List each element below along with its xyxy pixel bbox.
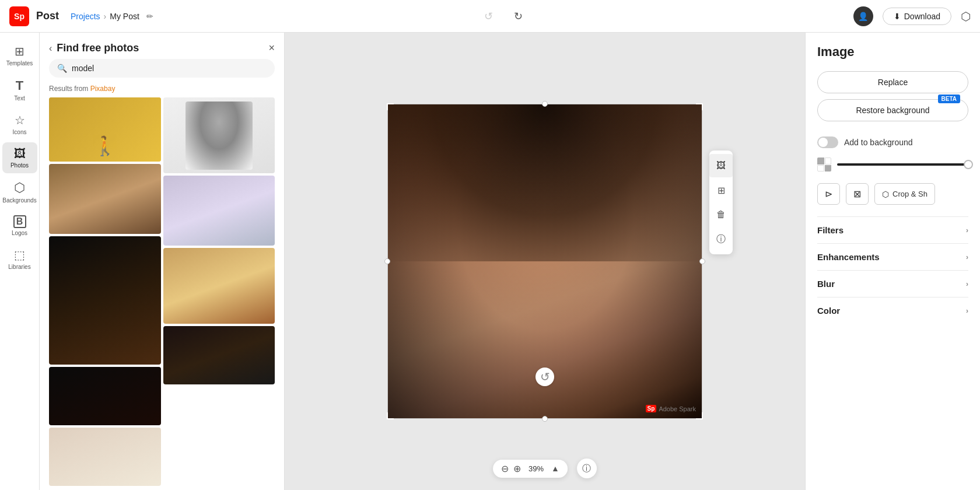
canvas-info-tool[interactable]: ⓘ <box>709 228 733 251</box>
avatar-icon: 👤 <box>858 12 868 21</box>
sidebar-item-text[interactable]: T Text <box>2 74 37 106</box>
photos-col-left: 🚶 <box>49 97 161 490</box>
resize-handle-bl[interactable] <box>387 412 394 419</box>
canvas-container: Sp Adobe Spark 🖼 ⊞ 🗑 ⓘ ↺ <box>387 104 702 419</box>
text-icon: T <box>16 78 23 93</box>
backgrounds-icon: ⬡ <box>14 180 25 195</box>
results-source: Pixabay <box>90 85 116 93</box>
breadcrumb-root[interactable]: Projects <box>71 12 100 21</box>
undo-button[interactable]: ↺ <box>480 8 498 25</box>
zoom-controls: ⊖ ⊕ 39% ▲ <box>493 460 568 478</box>
redo-button[interactable]: ↻ <box>509 8 527 25</box>
sidebar-item-photos[interactable]: 🖼 Photos <box>2 142 37 173</box>
replace-button[interactable]: Replace <box>817 71 968 93</box>
photo-thumb[interactable] <box>163 248 275 324</box>
edit-title-icon[interactable]: ✏ <box>146 12 153 21</box>
zoom-percent: 39% <box>526 464 547 473</box>
libraries-icon: ⬚ <box>14 248 25 262</box>
sidebar-item-logos[interactable]: B Logos <box>2 211 37 241</box>
blur-section-title[interactable]: Blur › <box>817 279 968 289</box>
resize-handle-r[interactable] <box>699 258 705 264</box>
action-buttons-row: ⊳ ⊠ ⬡ Crop & Sh <box>817 183 968 205</box>
opacity-thumb <box>964 160 973 169</box>
topbar-center: ↺ ↻ <box>160 8 846 25</box>
photo-thumb[interactable] <box>49 236 161 365</box>
search-input[interactable] <box>72 64 267 73</box>
add-to-background-label: Add to background <box>844 138 913 147</box>
opacity-checker-icon <box>817 158 831 172</box>
color-section-title[interactable]: Color › <box>817 306 968 316</box>
panel-back-button[interactable]: ‹ <box>49 43 52 54</box>
resize-handle-b[interactable] <box>542 416 548 422</box>
resize-handle-br[interactable] <box>696 412 703 419</box>
crop-icon: ⬡ <box>882 190 889 199</box>
photo-thumb[interactable] <box>163 97 275 173</box>
canvas-delete-tool[interactable]: 🗑 <box>709 203 733 226</box>
resize-handle-tr[interactable] <box>696 103 703 110</box>
sidebar-item-icons[interactable]: ☆ Icons <box>2 108 37 140</box>
restore-background-wrap: BETA Restore background <box>817 99 968 127</box>
color-chevron: › <box>966 307 968 315</box>
panel-close-button[interactable]: × <box>268 42 275 54</box>
photo-thumb[interactable] <box>49 164 161 234</box>
app-name: Post <box>36 10 59 22</box>
add-to-background-toggle[interactable] <box>817 136 838 148</box>
avatar[interactable]: 👤 <box>853 6 873 26</box>
canvas-bottom-controls: ⊖ ⊕ 39% ▲ ⓘ <box>493 459 597 478</box>
filters-section: Filters › <box>817 216 968 243</box>
share-button[interactable]: ⬡ <box>961 9 971 23</box>
crop-shape-button[interactable]: ⬡ Crop & Sh <box>874 183 935 205</box>
opacity-slider[interactable] <box>837 163 968 166</box>
photos-grid: 🚶 <box>40 97 284 490</box>
breadcrumb: Projects › My Post ✏ <box>71 12 153 21</box>
canvas-info-button[interactable]: ⓘ <box>577 459 597 478</box>
canvas-image-tool[interactable]: 🖼 <box>709 154 733 177</box>
breadcrumb-separator: › <box>104 12 107 21</box>
panel-title: Find free photos <box>57 42 264 54</box>
search-bar: 🔍 <box>49 59 275 78</box>
templates-icon: ⊞ <box>15 44 24 58</box>
download-button[interactable]: ⬇ Download <box>883 8 951 25</box>
photo-thumb[interactable] <box>49 428 161 486</box>
results-from: Results from Pixabay <box>40 85 284 97</box>
flip-horizontal-button[interactable]: ⊳ <box>817 183 840 205</box>
photo-thumb[interactable] <box>163 176 275 246</box>
sidebar-item-backgrounds[interactable]: ⬡ Backgrounds <box>2 176 37 208</box>
sidebar-item-libraries[interactable]: ⬚ Libraries <box>2 243 37 275</box>
filters-chevron: › <box>966 226 968 235</box>
canvas-crop-tool[interactable]: ⊞ <box>709 178 733 202</box>
zoom-fit-button[interactable]: ▲ <box>551 464 559 473</box>
breadcrumb-current: My Post <box>110 12 139 21</box>
photos-icon: 🖼 <box>14 147 26 160</box>
flip-icon: ⊳ <box>825 188 832 200</box>
photo-thumb[interactable]: 🚶 <box>49 97 161 162</box>
left-nav: ⊞ Templates T Text ☆ Icons 🖼 Photos ⬡ Ba… <box>0 33 40 490</box>
add-to-background-row: Add to background <box>817 136 968 148</box>
topbar: Sp Post Projects › My Post ✏ ↺ ↻ 👤 ⬇ Dow… <box>0 0 980 33</box>
canvas-reset-button[interactable]: ↺ <box>536 368 554 386</box>
filters-section-title[interactable]: Filters › <box>817 225 968 235</box>
blur-section: Blur › <box>817 270 968 297</box>
sidebar-item-templates[interactable]: ⊞ Templates <box>2 40 37 71</box>
topbar-right: 👤 ⬇ Download ⬡ <box>853 6 971 26</box>
right-panel: Image Replace BETA Restore background Ad… <box>805 33 980 490</box>
enhancements-section-title[interactable]: Enhancements › <box>817 252 968 262</box>
opacity-row <box>817 158 968 172</box>
resize-handle-tl[interactable] <box>387 103 394 110</box>
resize-handle-l[interactable] <box>384 258 390 264</box>
canvas-toolbar: 🖼 ⊞ 🗑 ⓘ <box>709 150 733 254</box>
canvas-watermark: Sp Adobe Spark <box>646 405 696 412</box>
photos-col-right <box>163 97 275 490</box>
beta-badge: BETA <box>938 94 960 103</box>
photo-thumb[interactable] <box>163 326 275 384</box>
adjust-button[interactable]: ⊠ <box>846 183 869 205</box>
panel-image-title: Image <box>817 44 968 60</box>
icons-icon: ☆ <box>15 113 25 127</box>
canvas-area: Sp Adobe Spark 🖼 ⊞ 🗑 ⓘ ↺ <box>285 33 805 490</box>
photo-thumb[interactable] <box>49 367 161 425</box>
resize-handle-t[interactable] <box>542 101 548 107</box>
zoom-out-button[interactable]: ⊖ <box>501 463 509 474</box>
zoom-in-button[interactable]: ⊕ <box>513 463 521 474</box>
download-icon: ⬇ <box>894 12 901 21</box>
share-icon: ⬡ <box>961 10 971 23</box>
